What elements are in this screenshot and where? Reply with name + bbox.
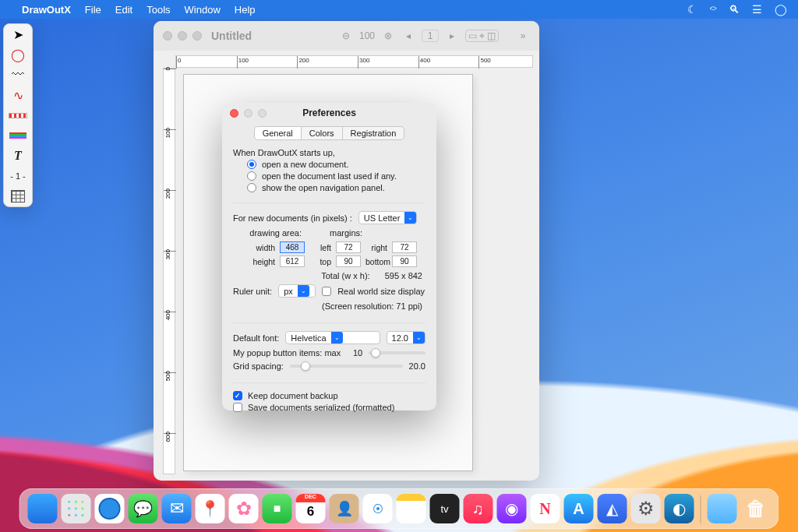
menubar: DrawOutX File Edit Tools Window Help ☾ ⌔…: [0, 0, 798, 19]
dock-contacts[interactable]: [330, 494, 359, 523]
page-indicator: 1: [422, 30, 439, 42]
zoom-button[interactable]: [192, 31, 202, 41]
pref-close-button[interactable]: [230, 109, 238, 118]
dock-tv[interactable]: [430, 494, 460, 523]
dock-system-preferences[interactable]: [631, 494, 661, 523]
grid-spacing-slider[interactable]: [290, 365, 403, 368]
minimize-button[interactable]: [178, 31, 187, 41]
dock-photos[interactable]: [229, 494, 259, 523]
ruler-unit-label: Ruler unit:: [233, 287, 272, 296]
backup-checkbox[interactable]: [233, 391, 242, 400]
total-value: 595 x 842: [385, 271, 422, 280]
dock-launchpad[interactable]: [62, 494, 91, 523]
dock-reminders[interactable]: [363, 494, 393, 523]
preferences-window: Preferences General Colors Registration …: [222, 103, 436, 410]
dock-facetime[interactable]: [263, 494, 292, 523]
pref-zoom-button[interactable]: [258, 109, 267, 118]
width-label: width: [247, 243, 275, 252]
dock-trash[interactable]: [741, 494, 771, 523]
control-center-icon[interactable]: ☰: [752, 3, 762, 16]
wifi-icon[interactable]: ⌔: [710, 3, 716, 16]
radio-open-nav[interactable]: [247, 183, 256, 192]
next-page-icon[interactable]: ▸: [445, 30, 459, 42]
screenres-label: (Screen resolution: 71 ppi): [322, 301, 422, 311]
prev-page-icon[interactable]: ◂: [401, 30, 415, 42]
document-titlebar[interactable]: Untitled ⊖ 100 ⊛ ◂ 1 ▸ ▭⌖◫ »: [154, 21, 539, 51]
radio-open-last[interactable]: [247, 171, 256, 181]
tool-line-style[interactable]: - 1 -: [4, 166, 32, 186]
ruler-unit-popup[interactable]: px⌄: [278, 284, 316, 298]
menu-help[interactable]: Help: [235, 4, 256, 16]
dock-maps[interactable]: [196, 494, 225, 523]
dock-separator: [701, 495, 701, 523]
dock-finder[interactable]: [28, 494, 58, 523]
drawing-area-label: drawing area:: [247, 228, 302, 238]
tool-text[interactable]: T: [4, 146, 32, 166]
popup-max-slider[interactable]: [369, 351, 425, 354]
app-menu[interactable]: DrawOutX: [22, 4, 71, 16]
backup-label: Keep document backup: [248, 391, 338, 400]
right-field[interactable]: 72: [392, 241, 417, 253]
left-field[interactable]: 72: [336, 241, 361, 253]
siri-icon[interactable]: ◯: [775, 3, 787, 16]
preferences-tabs: General Colors Registration: [222, 126, 436, 140]
font-name-popup[interactable]: Helvetica⌄: [285, 331, 380, 344]
dock-podcasts[interactable]: [497, 494, 527, 523]
document-title: Untitled: [211, 30, 252, 42]
dock-appstore[interactable]: [564, 494, 594, 523]
radio-open-new[interactable]: [247, 160, 256, 169]
left-label: left: [309, 243, 331, 252]
expand-icon[interactable]: »: [516, 30, 530, 42]
dock-calendar[interactable]: DEC: [296, 494, 326, 523]
font-size-popup[interactable]: 12.0⌄: [387, 331, 425, 344]
spotlight-icon[interactable]: 🔍︎: [729, 3, 740, 16]
tab-registration[interactable]: Registration: [343, 126, 405, 140]
tool-pattern-red[interactable]: [4, 105, 32, 125]
menu-window[interactable]: Window: [185, 4, 221, 16]
target-icon[interactable]: ⊛: [381, 30, 395, 42]
top-field[interactable]: 90: [336, 255, 361, 267]
tool-pointer[interactable]: ➤: [4, 24, 32, 44]
total-label: Total (w x h):: [321, 271, 369, 280]
radio-open-nav-label: show the open navigation panel.: [262, 183, 385, 192]
width-field[interactable]: 468: [280, 241, 305, 253]
dock-downloads[interactable]: [708, 494, 737, 523]
dock-safari[interactable]: [95, 494, 125, 523]
tool-bezier[interactable]: ∿: [4, 85, 32, 105]
view-mode-segmented[interactable]: ▭⌖◫: [465, 30, 499, 42]
tab-colors[interactable]: Colors: [302, 126, 343, 140]
preferences-titlebar[interactable]: Preferences: [222, 103, 436, 123]
menu-file[interactable]: File: [85, 4, 101, 16]
margins-label: margins:: [330, 228, 362, 238]
preferences-title: Preferences: [302, 107, 356, 118]
dock: 💬 DEC: [19, 488, 779, 529]
tool-pattern-multi[interactable]: [4, 125, 32, 146]
dock-news[interactable]: [531, 494, 560, 523]
dock-mail[interactable]: [162, 494, 192, 523]
print-icon[interactable]: ⊖: [339, 30, 353, 42]
menu-tools[interactable]: Tools: [147, 4, 170, 16]
radio-open-last-label: open the document last used if any.: [262, 171, 397, 181]
menu-edit[interactable]: Edit: [115, 4, 132, 16]
tool-ellipse[interactable]: ◯: [4, 44, 32, 65]
grid-spacing-value: 20.0: [409, 361, 425, 371]
tool-grid[interactable]: [4, 186, 32, 206]
realworld-checkbox[interactable]: [322, 287, 331, 296]
dock-notes[interactable]: [397, 494, 426, 523]
serialized-checkbox[interactable]: [233, 403, 242, 412]
do-not-disturb-icon[interactable]: ☾: [687, 3, 697, 16]
ruler-vertical: 0 100 200 300 400 500 600: [163, 68, 175, 474]
newdoc-label: For new documents (in pixels) :: [233, 213, 352, 223]
bottom-field[interactable]: 90: [392, 255, 417, 267]
dock-messages[interactable]: 💬: [129, 494, 158, 523]
paper-size-popup[interactable]: US Letter⌄: [358, 211, 417, 224]
close-button[interactable]: [163, 31, 172, 41]
dock-drawoutx[interactable]: [665, 494, 694, 523]
dock-affinity[interactable]: [598, 494, 627, 523]
dock-music[interactable]: [464, 494, 493, 523]
tab-general[interactable]: General: [254, 126, 302, 140]
pref-minimize-button[interactable]: [244, 109, 252, 118]
tool-palette: ➤ ◯ 〰 ∿ T - 1 -: [3, 23, 33, 207]
tool-curve[interactable]: 〰: [4, 65, 32, 85]
height-field[interactable]: 612: [280, 255, 305, 267]
